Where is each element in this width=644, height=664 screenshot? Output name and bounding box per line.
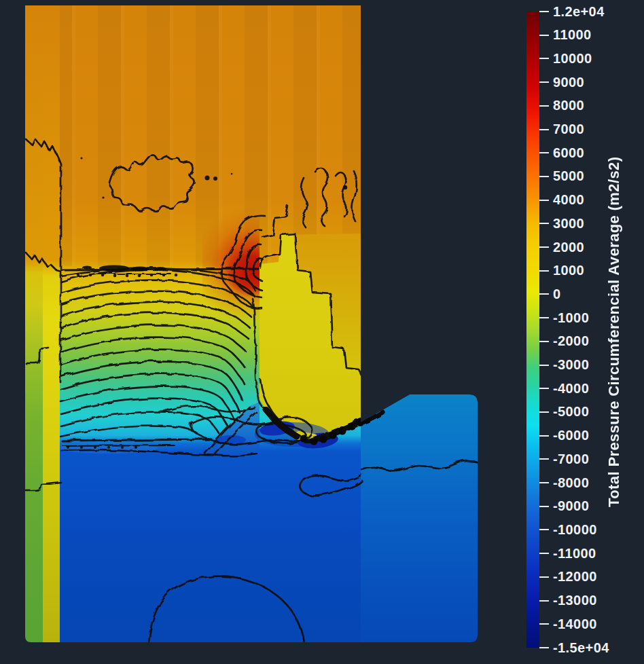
colorbar-tick-mark: [539, 246, 549, 248]
colorbar-tick-label: -10000: [553, 522, 597, 538]
colorbar-tick-label: 11000: [553, 27, 592, 43]
colorbar-tick: 3000: [539, 216, 584, 231]
colorbar-tick-label: -9000: [553, 498, 589, 514]
colorbar-tick-label: -3000: [553, 357, 589, 373]
colorbar-title: Total Pressure Circumferencial Average (…: [603, 0, 625, 664]
colorbar-tick-label: -2000: [553, 333, 589, 349]
left-band-inner: [43, 5, 60, 642]
colorbar-tick-mark: [539, 482, 549, 483]
colorbar-tick-label: 10000: [553, 51, 592, 67]
colorbar-tick: -2000: [539, 334, 589, 349]
colorbar-tick-mark: [539, 11, 549, 12]
colorbar-tick-label: 8000: [553, 98, 584, 113]
colorbar-tick-mark: [539, 435, 549, 437]
colorbar-tick-mark: [539, 365, 549, 366]
colorbar-tick-label: -11000: [553, 546, 596, 561]
colorbar-tick: -4000: [539, 381, 589, 396]
render-view[interactable]: 1.2e+04110001000090008000700060005000400…: [0, 0, 644, 664]
colorbar-tick-mark: [539, 270, 549, 272]
colorbar-tick-label: -7000: [553, 451, 589, 467]
colorbar-tick: -9000: [539, 499, 589, 514]
colorbar-tick-mark: [539, 458, 549, 460]
colorbar-tick: 8000: [539, 98, 584, 113]
colorbar-tick: -6000: [539, 428, 589, 443]
colorbar-tick-label: 1.2e+04: [553, 4, 605, 20]
colorbar-tick: 6000: [539, 145, 584, 160]
colorbar-tick: -1000: [539, 310, 589, 325]
colorbar-tick: 0: [539, 287, 561, 301]
colorbar-tick: 4000: [539, 193, 584, 208]
colorbar-tick-mark: [539, 293, 549, 295]
colorbar-tick: 10000: [539, 51, 592, 66]
colorbar-tick-label: -6000: [553, 428, 589, 443]
colorbar-tick-mark: [539, 223, 549, 224]
colorbar-tick-label: -1000: [553, 310, 589, 326]
colorbar-tick-label: 9000: [553, 75, 584, 90]
colorbar-tick-mark: [539, 411, 549, 413]
colorbar-tick-mark: [539, 553, 549, 554]
colorbar-tick-label: 1000: [553, 263, 584, 278]
colorbar-tick-label: 5000: [553, 168, 584, 184]
colorbar-tick-label: -8000: [553, 475, 589, 491]
colorbar-tick-mark: [539, 529, 549, 530]
colorbar-tick-label: -12000: [553, 569, 597, 585]
colorbar-tick-label: -5000: [553, 404, 589, 420]
left-band-outer: [25, 5, 43, 642]
colorbar-tick-mark: [539, 623, 549, 625]
colorbar-tick-mark: [539, 388, 549, 389]
colorbar-tick-label: 0: [553, 287, 561, 302]
colorbar-tick-mark: [539, 341, 549, 342]
colorbar-tick-label: 2000: [553, 240, 584, 255]
colorbar-tick-mark: [539, 506, 549, 507]
colorbar-tick-mark: [539, 176, 549, 177]
colorbar-tick-label: 6000: [553, 145, 584, 161]
colorbar-tick-label: -1.5e+04: [553, 640, 609, 656]
colorbar-tick: -5000: [539, 405, 589, 420]
flow-domain: [25, 5, 478, 642]
colorbar-tick-label: 3000: [553, 216, 584, 232]
colorbar-tick: 5000: [539, 169, 584, 184]
colorbar-tick-mark: [539, 317, 549, 318]
colorbar-tick: -3000: [539, 358, 589, 373]
colorbar-tick: -12000: [539, 570, 597, 585]
colorbar-tick-label: -13000: [553, 593, 597, 608]
colorbar-tick-mark: [539, 58, 549, 59]
colorbar-tick: -14000: [539, 616, 597, 631]
colorbar-tick: -13000: [539, 593, 597, 608]
colorbar-tick-mark: [539, 600, 549, 602]
colorbar-tick-label: 4000: [553, 192, 584, 208]
colorbar-tick: -8000: [539, 475, 589, 490]
colorbar-tick-label: -4000: [553, 381, 589, 396]
colorbar-tick-mark: [539, 81, 549, 83]
colorbar-tick-mark: [539, 35, 549, 36]
colorbar-tick: 1000: [539, 263, 584, 278]
colorbar-tick: -7000: [539, 451, 589, 466]
colorbar-tick-label: 7000: [553, 122, 584, 137]
colorbar-tick: 7000: [539, 122, 584, 137]
colorbar-tick-label: -14000: [553, 616, 597, 632]
outlet-block-fill: [361, 394, 478, 642]
colorbar-tick: -11000: [539, 546, 596, 561]
colorbar-tick-mark: [539, 105, 549, 107]
colorbar-tick: -1.5e+04: [539, 640, 609, 655]
colorbar-tick-mark: [539, 647, 549, 648]
colorbar-tick-mark: [539, 152, 549, 153]
colorbar-tick-mark: [539, 200, 549, 201]
colorbar-tick: 9000: [539, 75, 584, 90]
colorbar-tick-mark: [539, 576, 549, 578]
colorbar-tick: 1.2e+04: [539, 4, 605, 19]
colorbar-tick-mark: [539, 129, 549, 130]
colorbar-tick: 2000: [539, 240, 584, 255]
inlet-streaks-overlay: [25, 5, 361, 266]
colorbar-tick: -10000: [539, 522, 597, 537]
colorbar-tick: 11000: [539, 28, 592, 43]
